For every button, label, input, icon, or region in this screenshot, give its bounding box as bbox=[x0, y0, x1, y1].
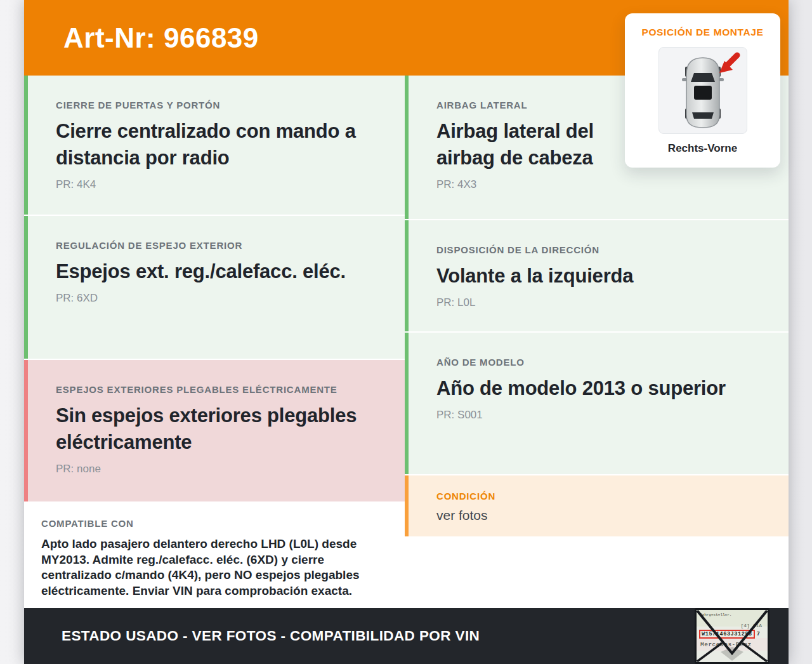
spec-card-label: REGULACIÓN DE ESPEJO EXTERIOR bbox=[56, 240, 383, 251]
page-content: Art-Nr: 966839 CIERRE DE PUERTAS Y PORTÓ… bbox=[24, 0, 789, 664]
spec-card-title: Volante a la izquierda bbox=[436, 263, 757, 289]
spec-card-title: Espejos ext. reg./calefacc. eléc. bbox=[56, 258, 376, 285]
mounting-position-caption: Rechts-Vorne bbox=[625, 142, 780, 155]
condition-value: ver fotos bbox=[436, 508, 767, 523]
car-top-view-icon bbox=[662, 50, 743, 131]
spec-card-label: DISPOSICIÓN DE LA DIRECCIÓN bbox=[436, 244, 767, 255]
article-number-title: Art-Nr: 966839 bbox=[63, 22, 259, 54]
spec-card-steering-layout: DISPOSICIÓN DE LA DIRECCIÓN Volante a la… bbox=[405, 220, 789, 331]
envelope-icon bbox=[697, 610, 768, 662]
footer-status-text: ESTADO USADO - VER FOTOS - COMPATIBILIDA… bbox=[62, 628, 480, 644]
spec-card-pr: PR: none bbox=[56, 463, 383, 475]
spec-card-folding-mirrors: ESPEJOS EXTERIORES PLEGABLES ELÉCTRICAME… bbox=[24, 360, 405, 501]
spec-card-title: Año de modelo 2013 o superior bbox=[436, 375, 757, 402]
compatibility-text: Apto lado pasajero delantero derecho LHD… bbox=[41, 536, 386, 599]
left-column: CIERRE DE PUERTAS Y PORTÓN Cierre centra… bbox=[24, 76, 405, 608]
footer-bar: ESTADO USADO - VER FOTOS - COMPATIBILIDA… bbox=[24, 608, 789, 664]
condition-card: CONDICIÓN ver fotos bbox=[405, 475, 789, 536]
spec-card-title: Cierre centralizado con mando a distanci… bbox=[56, 118, 376, 171]
spec-card-pr: PR: 6XD bbox=[56, 292, 383, 305]
spec-card-pr: PR: 4K4 bbox=[56, 178, 383, 191]
spec-card-label: AÑO DE MODELO bbox=[436, 357, 767, 368]
compatibility-label: COMPATIBLE CON bbox=[41, 518, 386, 529]
mounting-position-title: POSICIÓN DE MONTAJE bbox=[625, 27, 780, 38]
spec-card-model-year: AÑO DE MODELO Año de modelo 2013 o super… bbox=[405, 333, 789, 474]
spec-card-label: CIERRE DE PUERTAS Y PORTÓN bbox=[56, 100, 383, 110]
vin-document-stamp: Fahrgestellnr. [4] AiA W1571463J31258 7 … bbox=[695, 608, 769, 664]
spec-card-label: ESPEJOS EXTERIORES PLEGABLES ELÉCTRICAME… bbox=[56, 384, 383, 395]
spec-card-pr: PR: 4X3 bbox=[436, 178, 767, 191]
compatibility-card: COMPATIBLE CON Apto lado pasajero delant… bbox=[24, 503, 405, 607]
spec-card-pr: PR: L0L bbox=[436, 296, 767, 309]
spec-card-pr: PR: S001 bbox=[436, 409, 767, 422]
mounting-position-image-box bbox=[658, 47, 747, 134]
spec-card-title: Sin espejos exteriores plegables eléctri… bbox=[56, 402, 376, 456]
spec-card-mirror-adjustment: REGULACIÓN DE ESPEJO EXTERIOR Espejos ex… bbox=[24, 216, 405, 359]
mounting-position-card: POSICIÓN DE MONTAJE bbox=[625, 13, 780, 168]
red-arrow-icon bbox=[719, 55, 737, 73]
condition-label: CONDICIÓN bbox=[436, 491, 767, 501]
right-column-empty-area bbox=[405, 538, 789, 608]
spec-card-central-locking: CIERRE DE PUERTAS Y PORTÓN Cierre centra… bbox=[24, 76, 405, 215]
